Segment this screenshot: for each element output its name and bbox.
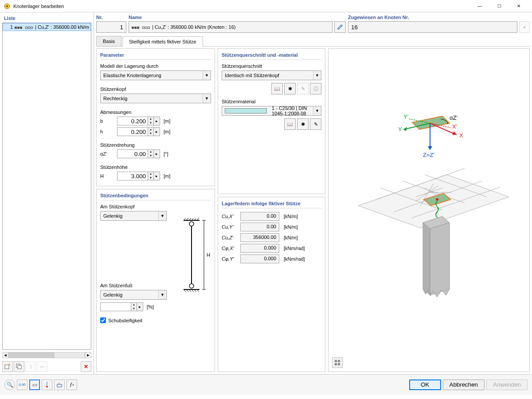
spring-label: Cu,Y' (222, 224, 238, 230)
ok-button[interactable]: OK (409, 379, 441, 390)
svg-rect-65 (57, 384, 62, 387)
delete-item-button[interactable]: ✕ (81, 361, 91, 372)
spring-label: Cu,Z' (222, 235, 238, 240)
chevron-down-icon: ▼ (158, 290, 166, 299)
pick-nodes-button[interactable]: ⌖ (519, 21, 530, 33)
spinner[interactable]: ▲▼ (148, 172, 154, 180)
view3-button[interactable] (54, 379, 65, 390)
close-button[interactable]: ✕ (509, 0, 528, 12)
spring-value: 0.00 (240, 212, 279, 221)
cs-dropdown[interactable]: Identisch mit Stützenkopf▼ (222, 70, 321, 80)
step-arrow[interactable]: ▸ (154, 127, 160, 136)
svg-rect-4 (18, 365, 21, 369)
step-arrow: ▸ (137, 302, 143, 311)
svg-marker-39 (428, 146, 432, 150)
cs-info-button[interactable]: ⓘ (310, 83, 321, 94)
mat-edit-button[interactable]: ✎ (310, 118, 321, 130)
spinner[interactable]: ▲▼ (148, 149, 154, 158)
top-cond-dropdown[interactable]: Gelenkig▼ (100, 211, 167, 221)
cs-edit-button: ✎ (297, 83, 309, 94)
list-panel: Liste 1 | Cu,Z' : 356000.00 kN/m ◄ ► ↕ ↔… (0, 12, 94, 374)
scroll-right-icon[interactable]: ► (85, 352, 91, 358)
material-swatch-icon (225, 108, 267, 113)
support-list[interactable]: 1 | Cu,Z' : 356000.00 kN/m (2, 23, 91, 350)
chevron-down-icon: ▼ (203, 94, 211, 103)
step-arrow[interactable]: ▸ (154, 149, 160, 158)
name-label: Name (129, 15, 346, 20)
scroll-left-icon[interactable]: ◄ (2, 352, 8, 358)
copy-item-button[interactable] (14, 361, 24, 372)
spring-row: Cu,Y' 0.00 [kN/m] (222, 223, 321, 231)
svg-point-1 (6, 5, 8, 7)
head-label: Stützenkopf (100, 86, 211, 92)
mat-dropdown[interactable]: 1 - C25/30 | DIN 1045-1:2008-08▼ (222, 106, 321, 116)
spinner[interactable]: ▲▼ (148, 117, 154, 125)
tab-stiffness[interactable]: Steifigkeit mittels fiktiver Stütze (122, 36, 203, 47)
chevron-down-icon: ▼ (313, 71, 321, 80)
svg-text:Y': Y' (403, 113, 408, 120)
spring-label: Cu,X' (222, 214, 238, 219)
view1-button[interactable]: ▭ (29, 379, 40, 390)
mat-label: Stützenmaterial (222, 99, 321, 104)
constraint-glyphs (132, 24, 150, 30)
tabs: Basis Steifigkeit mittels fiktiver Stütz… (96, 36, 530, 47)
springs-panel: Lagerfedern infolge fiktiver Stütze Cu,X… (218, 197, 325, 372)
height-input[interactable] (117, 172, 148, 180)
assigned-nodes-input[interactable] (348, 21, 517, 33)
spring-label: Cφ,X' (222, 246, 238, 251)
help-button[interactable]: 🔍 (4, 379, 15, 390)
mat-new-button[interactable]: ✱ (297, 118, 309, 130)
dims-label: Abmessungen (100, 110, 211, 115)
cancel-button[interactable]: Abbrechen (443, 379, 485, 390)
svg-rect-60 (338, 360, 340, 362)
spring-unit: [kN/m] (284, 214, 298, 219)
spring-value: 0.000 (240, 254, 279, 263)
mat-library-button[interactable]: 📖 (284, 118, 296, 130)
step-arrow[interactable]: ▸ (154, 172, 160, 180)
svg-text:αZ': αZ' (450, 114, 458, 121)
shear-checkbox[interactable] (100, 317, 106, 323)
step-arrow[interactable]: ▸ (154, 117, 160, 125)
edit-name-button[interactable] (334, 21, 346, 33)
minimize-button[interactable]: — (470, 0, 489, 12)
svg-text:X': X' (452, 123, 457, 130)
list-h-scrollbar[interactable]: ◄ ► (2, 352, 91, 359)
footer: 🔍 0,00 ▭ ƒx OK Abbrechen Anwenden (0, 374, 532, 395)
springs-heading: Lagerfedern infolge fiktiver Stütze (222, 201, 321, 208)
head-dropdown[interactable]: Rechteckig▼ (100, 94, 211, 103)
window-title: Knotenlager bearbeiten (13, 4, 470, 9)
nr-input[interactable] (96, 21, 126, 33)
list-item[interactable]: 1 | Cu,Z' : 356000.00 kN/m (3, 23, 91, 31)
preview-panel: X X' Y Y' Z=Z' αZ' (328, 48, 530, 372)
h-input[interactable] (117, 127, 148, 136)
maximize-button[interactable]: ☐ (489, 0, 509, 12)
cs-library-button[interactable]: 📖 (271, 83, 283, 94)
assigned-label: Zugewiesen an Knoten Nr. (348, 15, 530, 20)
model-label: Modell der Lagerung durch (100, 63, 211, 69)
tab-basis[interactable]: Basis (96, 36, 121, 46)
new-item-button[interactable] (2, 361, 13, 372)
b-input[interactable] (117, 117, 148, 125)
preview-options-button[interactable] (332, 357, 343, 368)
spinner[interactable]: ▲▼ (148, 127, 154, 136)
conditions-heading: Stützenbedingungen (100, 193, 211, 200)
cs-label: Stützenquerschnitt (222, 63, 321, 69)
shear-label: Schubsteifigkeit (108, 318, 142, 323)
spring-row: Cφ,X' 0.000 [kNm/rad] (222, 244, 321, 253)
model-dropdown[interactable]: Elastische Knotenlagerung▼ (100, 70, 211, 80)
reorder2-button: ↔ (37, 361, 47, 372)
spring-unit: [kN/m] (284, 235, 298, 240)
svg-rect-62 (338, 363, 340, 365)
alpha-input[interactable] (117, 149, 148, 158)
cs-new-button[interactable]: ✱ (284, 83, 296, 94)
parameter-heading: Parameter (100, 52, 211, 60)
svg-text:Z=Z': Z=Z' (423, 152, 434, 158)
svg-text:X: X (459, 132, 463, 139)
svg-rect-2 (5, 365, 9, 369)
view2-button[interactable] (42, 379, 52, 390)
units-button[interactable]: 0,00 (17, 379, 27, 390)
fx-button[interactable]: ƒx (66, 379, 77, 390)
bottom-cond-dropdown[interactable]: Gelenkig▼ (100, 290, 167, 300)
spring-unit: [kNm/rad] (284, 246, 305, 251)
spring-value: 356000.00 (240, 233, 279, 242)
